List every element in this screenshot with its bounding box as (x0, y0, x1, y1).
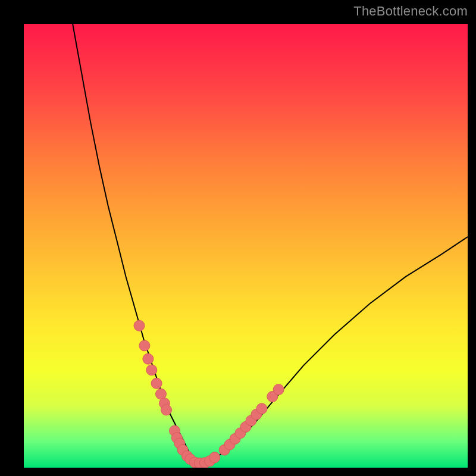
chart-svg (24, 24, 468, 468)
watermark-text: TheBottleneck.com (353, 4, 468, 19)
data-marker (161, 405, 172, 415)
data-markers (134, 320, 284, 468)
data-marker (151, 378, 162, 389)
data-marker (146, 365, 157, 375)
data-marker (143, 353, 154, 364)
data-marker (209, 452, 220, 463)
data-marker (256, 403, 267, 414)
data-marker (139, 340, 150, 351)
data-marker (273, 384, 284, 395)
data-marker (134, 320, 145, 331)
plot-area (24, 24, 468, 468)
chart-frame: TheBottleneck.com (0, 0, 476, 476)
